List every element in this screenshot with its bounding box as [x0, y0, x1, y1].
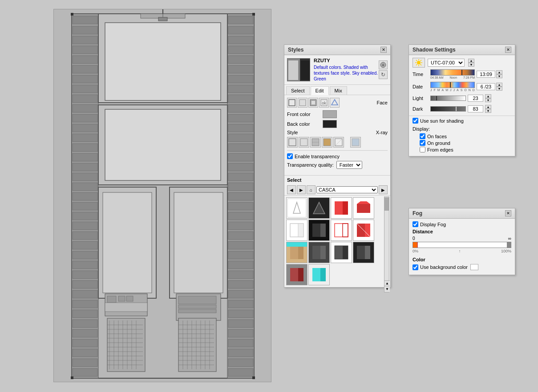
- on-ground-option: On ground: [420, 140, 511, 146]
- style-monochrome-btn[interactable]: [333, 137, 344, 148]
- watermark-icon-btn[interactable]: ok: [319, 98, 329, 108]
- edge-icon-btn[interactable]: [287, 98, 297, 108]
- shadow-panel-header: Shadow Settings ✕: [409, 45, 515, 55]
- timezone-select[interactable]: UTC-07:00 UTC-06:00 UTC-05:00 UTC+00:00: [428, 59, 465, 67]
- styles-grid-scrollbar[interactable]: ▲ ▼: [384, 196, 389, 292]
- fog-color-swatch[interactable]: [470, 264, 478, 270]
- from-edges-option: From edges: [420, 147, 511, 152]
- light-slider-container: ▲ ▼: [430, 94, 491, 102]
- list-item[interactable]: [286, 242, 307, 263]
- light-up-btn[interactable]: ▲: [485, 94, 491, 98]
- on-ground-checkbox[interactable]: [420, 140, 425, 146]
- modeling-icon-btn[interactable]: [330, 98, 340, 108]
- folder-nav-row: ◀ ▶ ⌂ CASCA ▶: [284, 184, 390, 196]
- list-item[interactable]: [308, 242, 330, 263]
- svg-rect-71: [228, 320, 253, 328]
- tab-select[interactable]: Select: [286, 86, 310, 95]
- list-item[interactable]: [308, 220, 330, 241]
- svg-rect-29: [73, 280, 97, 288]
- svg-rect-76: [228, 368, 253, 376]
- enable-transparency-checkbox[interactable]: [287, 153, 293, 159]
- svg-rect-50: [228, 114, 253, 122]
- use-sun-checkbox[interactable]: [413, 118, 418, 124]
- list-item[interactable]: [308, 264, 330, 285]
- list-item[interactable]: [353, 220, 374, 241]
- timezone-up-btn[interactable]: ▲: [468, 59, 474, 63]
- list-item[interactable]: [286, 197, 307, 219]
- list-item[interactable]: [286, 264, 307, 285]
- on-faces-checkbox[interactable]: [420, 133, 425, 139]
- styles-panel-header: Styles ✕: [284, 45, 390, 55]
- back-color-swatch[interactable]: [323, 120, 337, 128]
- svg-rect-146: [299, 100, 306, 106]
- timezone-down-btn[interactable]: ▼: [468, 63, 474, 67]
- front-color-swatch[interactable]: [323, 110, 337, 118]
- date-up-btn[interactable]: ▲: [496, 83, 502, 87]
- use-background-color-checkbox[interactable]: [413, 264, 418, 270]
- dark-row: Dark ▲ ▼: [409, 105, 515, 113]
- time-up-btn[interactable]: ▲: [496, 70, 502, 74]
- date-input[interactable]: [477, 83, 495, 90]
- svg-rect-14: [73, 134, 97, 142]
- nav-open-btn[interactable]: ▶: [379, 185, 388, 194]
- nav-home-btn[interactable]: ⌂: [307, 185, 316, 194]
- dark-down-btn[interactable]: ▼: [485, 109, 491, 113]
- scroll-up-btn[interactable]: ▲: [384, 280, 390, 286]
- list-item[interactable]: [331, 197, 352, 219]
- display-fog-checkbox[interactable]: [413, 221, 418, 227]
- fog-close-button[interactable]: ✕: [505, 210, 511, 216]
- style-textured-btn[interactable]: [322, 137, 332, 148]
- list-item[interactable]: [286, 220, 307, 241]
- shadow-close-button[interactable]: ✕: [505, 47, 511, 53]
- style-add-button[interactable]: +: [379, 60, 388, 69]
- svg-rect-80: [158, 17, 167, 21]
- styles-close-button[interactable]: ✕: [380, 47, 387, 53]
- from-edges-checkbox[interactable]: [420, 147, 425, 152]
- nav-forward-btn[interactable]: ▶: [297, 185, 306, 194]
- dark-input[interactable]: [468, 105, 483, 112]
- date-label: Date: [413, 84, 430, 89]
- nav-back-btn[interactable]: ◀: [287, 185, 296, 194]
- light-spinner: ▲ ▼: [485, 94, 491, 102]
- svg-rect-156: [324, 139, 331, 146]
- light-input[interactable]: [468, 95, 483, 102]
- list-item[interactable]: [308, 197, 330, 219]
- light-down-btn[interactable]: ▼: [485, 98, 491, 102]
- list-item[interactable]: [331, 242, 352, 263]
- dark-up-btn[interactable]: ▲: [485, 105, 491, 109]
- scroll-down-btn[interactable]: ▼: [384, 286, 390, 292]
- list-item[interactable]: [331, 220, 352, 241]
- folder-select[interactable]: CASCA: [316, 186, 378, 193]
- svg-rect-38: [73, 368, 97, 376]
- svg-text:ok: ok: [322, 101, 326, 105]
- svg-rect-21: [73, 202, 97, 210]
- dark-slider-track[interactable]: [430, 106, 466, 112]
- time-down-btn[interactable]: ▼: [496, 74, 502, 78]
- svg-rect-13: [73, 124, 97, 132]
- style-shaded-btn[interactable]: [310, 137, 321, 148]
- transparency-quality-select[interactable]: Faster Nicest: [336, 161, 362, 169]
- svg-rect-169: [357, 204, 370, 213]
- time-input[interactable]: [477, 71, 495, 78]
- scrollbar-thumb[interactable]: [384, 197, 389, 211]
- style-wireframe-btn[interactable]: [287, 137, 298, 148]
- svg-rect-69: [228, 300, 253, 308]
- tab-mix[interactable]: Mix: [330, 86, 347, 95]
- style-icon-row: [287, 137, 388, 148]
- style-hidden-btn[interactable]: [299, 137, 309, 148]
- svg-rect-54: [228, 153, 253, 161]
- time-spinner: ▲ ▼: [496, 70, 502, 78]
- style-xray-btn[interactable]: [350, 137, 361, 148]
- background-icon-btn[interactable]: [308, 98, 318, 108]
- style-refresh-button[interactable]: ↻: [379, 70, 388, 79]
- list-item[interactable]: [353, 242, 374, 263]
- distance-range-labels: 0 ∞: [413, 236, 511, 241]
- light-slider-track[interactable]: [430, 96, 466, 101]
- tab-edit[interactable]: Edit: [311, 86, 329, 95]
- fog-distance-slider[interactable]: [413, 242, 511, 248]
- fog-color-section: Color Use background color: [413, 257, 511, 270]
- list-item[interactable]: [353, 197, 374, 219]
- face-icon-btn[interactable]: [298, 98, 307, 108]
- date-down-btn[interactable]: ▼: [496, 87, 502, 91]
- svg-rect-34: [73, 329, 97, 337]
